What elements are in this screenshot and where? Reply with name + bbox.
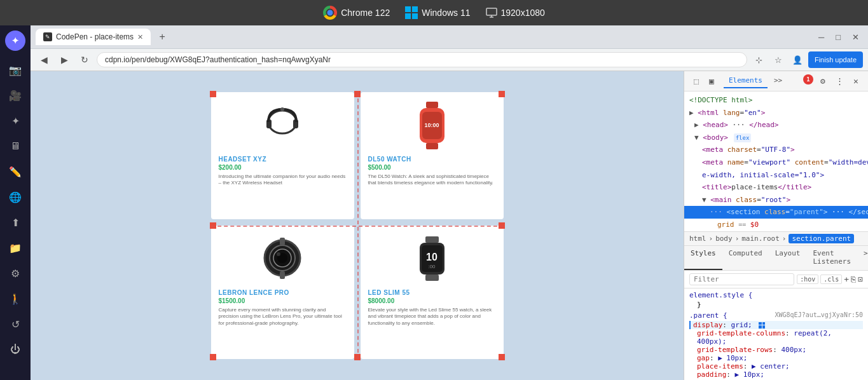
breadcrumb-body[interactable]: body [715,234,733,243]
product-name-1: DL50 WATCH [368,156,496,163]
styles-tab-styles[interactable]: Styles [684,246,722,270]
sidebar-icon-upload[interactable]: ⬆ [4,211,27,234]
breadcrumb-html[interactable]: html [689,234,706,243]
svg-rect-18 [280,271,285,279]
webpage-area: HEADSET XYZ $200.00 Introducing the ulti… [31,71,684,380]
back-button[interactable]: ◀ [36,51,52,68]
product-grid-wrapper: HEADSET XYZ $200.00 Introducing the ulti… [211,92,504,359]
windows-info: Windows 11 [405,6,470,19]
forward-button[interactable]: ▶ [56,51,72,68]
dom-doctype: <!DOCTYPE html> [684,94,868,107]
dom-main: ▼ <main class="root"> [684,194,868,207]
sidebar-icon-refresh[interactable]: ↺ [4,313,27,336]
dom-meta-viewport: <meta name="viewport" content="width=dev… [684,156,868,169]
headset-svg [260,103,305,147]
product-card-headset: HEADSET XYZ $200.00 Introducing the ulti… [211,92,354,219]
svg-text:10: 10 [426,252,437,262]
devtools-close-icon[interactable]: ✕ [849,74,863,88]
styles-filter-bar: :hov .cls + ⎘ ⊡ [684,271,868,288]
app-logo[interactable]: ✦ [5,31,25,51]
element-style-label: element.style { [689,291,863,299]
product-name-3: LED SLIM 55 [368,289,496,296]
sidebar-icon-sparkle[interactable]: ✦ [4,109,27,132]
svg-rect-20 [425,275,439,281]
svg-text::00: :00 [428,264,436,269]
element-style-close: } [689,301,863,309]
windows-label: Windows 11 [422,8,470,18]
svg-point-16 [277,252,280,256]
browser-tab-active[interactable]: ✎ CodePen - place-items ✕ [36,29,151,45]
sidebar-icon-edit[interactable]: ✏️ [4,160,27,183]
devtools-tab-more[interactable]: >> [769,74,787,88]
profile-icon[interactable]: 👤 [789,51,806,68]
sidebar-icon-globe[interactable]: 🌐 [4,186,27,208]
chrome-label: Chrome 122 [341,8,390,18]
filter-input[interactable] [689,273,794,285]
styles-tab-layout[interactable]: Layout [769,246,807,270]
main-layout: ✦ 📷 🎥 ✦ 🖥 ✏️ 🌐 ⬆ 📁 ⚙ 🚶 ↺ ⏻ ✎ CodePen - p… [0,25,868,380]
sidebar-icon-monitor[interactable]: 🖥 [4,135,27,158]
svg-point-3 [268,111,296,133]
svg-rect-19 [425,236,439,243]
product-desc-3: Elevate your style with the Led Slime 55… [368,307,496,327]
grid-icon [759,322,765,329]
styles-tab-computed[interactable]: Computed [722,246,769,270]
product-image-watch: 10:00 [368,100,496,151]
address-bar[interactable]: cdpn.io/pen/debug/XWG8qEJ?authentication… [97,52,747,67]
lens-svg [262,238,303,279]
dom-section[interactable]: ··· <section class="parent"> ··· </secti… [684,206,868,219]
devtools-more-icon[interactable]: ⋮ [832,74,846,88]
sidebar-icon-video[interactable]: 🎥 [4,84,27,107]
devtools-panel: ⬚ ▣ Elements >> 1 ⚙ ⋮ ✕ [684,71,868,380]
filter-buttons: :hov .cls + ⎘ ⊡ [797,275,863,284]
minimize-button[interactable]: ─ [815,31,828,43]
new-tab-button[interactable]: + [153,28,171,46]
svg-point-6 [280,107,284,111]
top-bar: Chrome 122 Windows 11 1920x1080 [0,0,868,25]
svg-rect-17 [280,238,285,245]
devtools-device-icon[interactable]: ▣ [705,74,719,88]
cast-icon[interactable]: ⊹ [751,51,768,68]
cls-button[interactable]: .cls [820,275,842,284]
sidebar-icon-settings[interactable]: ⚙ [4,262,27,285]
bookmark-icon[interactable]: ☆ [770,51,787,68]
close-button[interactable]: ✕ [848,31,863,43]
devtools-controls: 1 ⚙ ⋮ ✕ [803,74,863,88]
product-name-2: LEBRON LENCE PRO [219,289,347,296]
breadcrumb-main[interactable]: main.root [741,234,780,243]
svg-rect-7 [426,102,438,108]
tab-title: CodePen - place-items [56,32,134,41]
toggle-style-icon[interactable]: ⊡ [858,275,863,284]
devtools-inspect-icon[interactable]: ⬚ [689,74,703,88]
maximize-button[interactable]: □ [832,31,844,43]
finish-update-button[interactable]: Finish update [808,51,863,68]
product-card-lens: LEBRON LENCE PRO $1500.00 Capture every … [211,226,354,359]
dom-grid-eq: grid == $0 [684,219,868,231]
sidebar-icon-person[interactable]: 🚶 [4,287,27,310]
browser-window: ✎ CodePen - place-items ✕ + ─ □ ✕ ◀ ▶ ↻ … [31,25,868,380]
element-style-rule: element.style { } [689,291,863,309]
sidebar-icon-folder[interactable]: 📁 [4,236,27,259]
dom-body: ▼ <body> flex [684,132,868,144]
resolution-label: 1920x1080 [501,8,545,18]
left-sidebar: ✦ 📷 🎥 ✦ 🖥 ✏️ 🌐 ⬆ 📁 ⚙ 🚶 ↺ ⏻ [0,25,31,380]
sidebar-icon-camera[interactable]: 📷 [4,58,27,81]
hov-button[interactable]: :hov [797,275,818,284]
add-style-icon[interactable]: + [844,275,849,284]
devtools-tab-elements[interactable]: Elements [724,74,768,88]
parent-source: XWG8qEJ?aut…vgjXyaNr:50 [775,311,863,321]
breadcrumb-section[interactable]: section.parent [789,234,854,243]
display-prop: display: grid; [689,321,863,329]
grid-template-rows-prop: grid-template-rows: 400px; [689,346,863,354]
devtools-settings-icon[interactable]: ⚙ [816,74,830,88]
product-price-3: $8000.00 [368,297,496,304]
resolution-info: 1920x1080 [486,8,545,18]
tab-close-button[interactable]: ✕ [137,33,143,41]
reload-button[interactable]: ↻ [76,51,93,68]
sidebar-icon-power[interactable]: ⏻ [4,338,27,361]
styles-tab-event-listeners[interactable]: Event Listeners [806,246,857,270]
copy-style-icon[interactable]: ⎘ [851,275,856,284]
styles-content: element.style { } .parent { XWG8qEJ?aut…… [684,288,868,381]
styles-tab-more[interactable]: >> [857,246,868,270]
svg-rect-0 [486,8,497,15]
